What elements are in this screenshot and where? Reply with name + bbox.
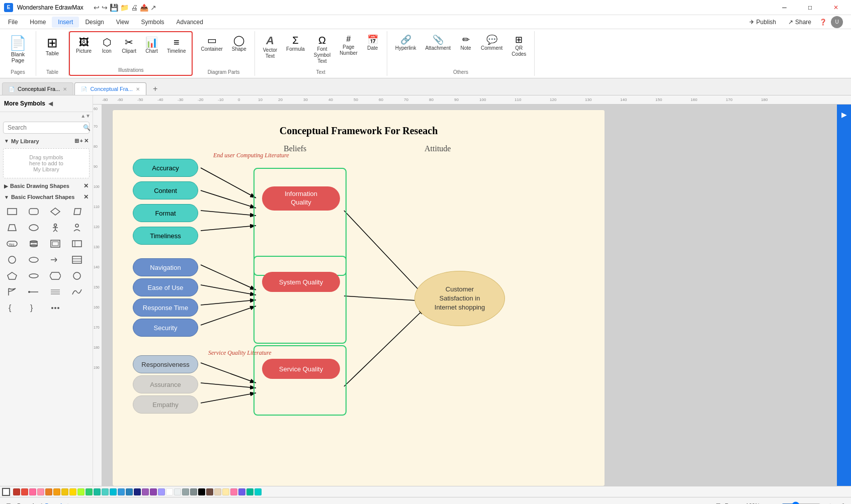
attachment-btn[interactable]: 📎 Attachment [421,33,455,53]
color-swatch-brown[interactable] [206,488,213,495]
shape-trapezoid[interactable] [4,221,20,235]
shape-brace-close[interactable]: } [26,301,42,315]
tab-1-close[interactable]: ✕ [63,86,67,92]
fit-page-btn[interactable]: ⤢ [839,501,845,504]
customer-satisfaction-node[interactable]: CustomerSatisfaction inInternet shopping [414,271,505,326]
container-btn[interactable]: ▭ Container [197,33,226,54]
my-library-grid-btn[interactable]: ⊞ [74,138,79,144]
shape-brace-open[interactable]: { [4,301,20,315]
shape-lines[interactable] [47,285,63,299]
search-input[interactable] [8,124,83,131]
color-swatch-violet[interactable] [238,488,245,495]
open-btn[interactable]: 📁 [120,4,129,12]
shape-curve[interactable] [69,285,85,299]
basic-drawing-shapes-header[interactable]: ▶ Basic Drawing Shapes ✕ [0,180,93,191]
shape-rect-outline[interactable] [47,237,63,251]
color-swatch-green2[interactable] [94,488,101,495]
color-swatch-seafoam[interactable] [254,488,262,495]
color-swatch-white[interactable] [166,488,173,495]
navigation-node[interactable]: Navigation [133,258,198,276]
timeliness-node[interactable]: Timeliness [133,227,198,245]
publish-button[interactable]: ✈ Publish [745,17,780,28]
shape-flag[interactable] [4,285,20,299]
shape-dots[interactable] [47,301,63,315]
redo-btn[interactable]: ↪ [102,4,108,12]
color-swatch-red[interactable] [13,488,20,495]
table-btn[interactable]: ⊞ Table [40,33,64,59]
color-swatch-pink2[interactable] [37,488,44,495]
response-time-node[interactable]: Response Time [133,298,198,317]
shape-yes-terminal[interactable]: Yes [4,237,20,251]
shape-actor[interactable] [69,221,85,235]
color-swatch-darkblue[interactable] [134,488,141,495]
help-btn[interactable]: ❓ [819,19,827,26]
my-library-add-btn[interactable]: + [80,138,83,144]
color-swatch-gray[interactable] [182,488,189,495]
color-swatch-green[interactable] [86,488,93,495]
service-quality-node[interactable]: Service Quality [262,359,340,379]
new-tab-btn[interactable]: + [149,83,161,95]
user-avatar[interactable]: U [831,16,843,28]
share-button[interactable]: ↗ Share [784,17,815,28]
shape-btn[interactable]: ◯ Shape [228,33,250,54]
color-swatch-yellow[interactable] [61,488,68,495]
basic-flowchart-shapes-close[interactable]: ✕ [83,193,89,200]
sidebar-scroll-down[interactable]: ▼ [86,113,91,119]
date-btn[interactable]: 📅 Date [363,33,383,53]
color-swatch-lightgray[interactable] [174,488,181,495]
picture-btn[interactable]: 🖼 Picture [72,35,96,56]
add-page-btn[interactable]: + [66,501,70,505]
zoom-in-btn[interactable]: + [825,500,835,505]
minimize-btn[interactable]: ─ [773,0,796,15]
menu-symbols[interactable]: Symbols [135,17,171,28]
menu-design[interactable]: Design [79,17,110,28]
chart-btn[interactable]: 📊 Chart [141,35,162,56]
shape-line[interactable] [26,285,42,299]
color-swatch-black[interactable] [198,488,205,495]
font-symbol-btn[interactable]: Ω FontSymbolText [310,33,334,66]
hyperlink-btn[interactable]: 🔗 Hyperlink [391,33,420,53]
ease-of-use-node[interactable]: Ease of Use [133,278,198,296]
timeline-btn[interactable]: ≡ Timeline [163,35,190,56]
color-swatch-yellow2[interactable] [69,488,76,495]
color-swatch-cyan[interactable] [110,488,117,495]
shape-circle2[interactable] [69,269,85,283]
color-swatch-orange[interactable] [45,488,52,495]
canvas[interactable]: Conceptual Framework For Reseach [102,105,837,486]
color-swatch-hotpink[interactable] [230,488,237,495]
assurance-node[interactable]: Assurance [133,375,198,393]
tab-2[interactable]: 📄 Conceptual Fra... ✕ [74,82,146,95]
shape-rounded-rect[interactable] [26,205,42,219]
focus-btn[interactable]: Focus [725,502,740,505]
menu-view[interactable]: View [110,17,135,28]
undo-btn[interactable]: ↩ [94,4,100,12]
shape-ellipse[interactable] [26,221,42,235]
basic-drawing-shapes-close[interactable]: ✕ [83,182,89,189]
color-swatch-lavender[interactable] [158,488,165,495]
empathy-node[interactable]: Empathy [133,395,198,414]
clipart-btn[interactable]: ✂ Clipart [118,35,140,56]
shape-list[interactable] [69,253,85,267]
shape-person[interactable] [47,221,63,235]
responsiveness-node[interactable]: Responsiveness [133,355,198,373]
shape-parallelogram[interactable] [69,205,85,219]
zoom-out-btn[interactable]: ─ [766,500,777,505]
menu-home[interactable]: Home [24,17,52,28]
right-panel-toggle[interactable]: ▶ [839,109,849,121]
tab-page-name[interactable]: Page-1 [45,502,62,505]
vector-text-btn[interactable]: A VectorText [259,33,281,61]
menu-advanced[interactable]: Advanced [171,17,209,28]
color-swatch-lime[interactable] [77,488,84,495]
security-node[interactable]: Security [133,319,198,337]
maximize-btn[interactable]: □ [799,0,821,15]
color-swatch-pink[interactable] [29,488,36,495]
blank-page-btn[interactable]: 📄 BlankPage [4,33,32,66]
color-swatch-purple2[interactable] [150,488,157,495]
shape-diamond[interactable] [47,205,63,219]
shape-striped[interactable] [69,237,85,251]
shape-rectangle[interactable] [4,205,20,219]
formula-btn[interactable]: Σ Formula [282,33,309,54]
shape-circle[interactable] [4,253,20,267]
sidebar-scroll-up[interactable]: ▲ [80,113,86,119]
color-swatch-emerald[interactable] [246,488,253,495]
